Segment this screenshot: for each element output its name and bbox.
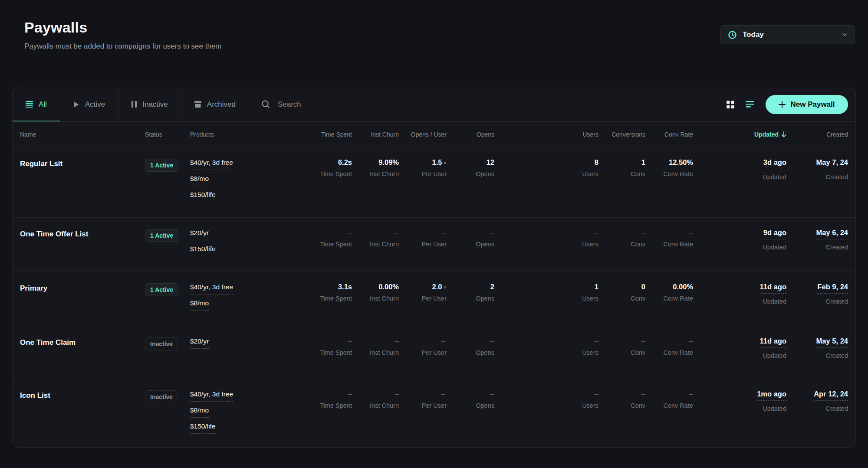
metric-conversions: 1Conv	[598, 159, 645, 207]
product-item[interactable]: $8/mo	[190, 299, 254, 311]
metric-time-spent: 6.2sTime Spent	[254, 159, 352, 207]
metric-opens-per-user: 2.0×Per User	[399, 283, 447, 315]
updated-value[interactable]: 1mo ago	[757, 390, 786, 401]
updated-value[interactable]: 3d ago	[763, 159, 786, 169]
tab-all[interactable]: All	[13, 87, 60, 121]
metric-created: Apr 12, 24Created	[786, 390, 848, 439]
product-item[interactable]: $40/yr, 3d free	[190, 390, 254, 402]
tab-inactive-label: Inactive	[142, 100, 168, 109]
updated-value[interactable]: 11d ago	[760, 283, 786, 294]
metric-time-spent: –Time Spent	[254, 229, 352, 261]
products-cell: $20/yr $150/life	[190, 229, 254, 261]
metric-opens-per-user: –Per User	[399, 337, 447, 368]
metric-created: Feb 9, 24Created	[786, 283, 848, 315]
metric-conv-rate: –Conv Rate	[645, 390, 693, 439]
grid-view-icon[interactable]	[727, 101, 734, 108]
product-item[interactable]: $20/yr	[190, 229, 254, 240]
paywall-name: Primary	[20, 283, 145, 315]
chevron-down-icon	[842, 32, 848, 38]
created-value[interactable]: May 6, 24	[816, 229, 848, 239]
table-row[interactable]: Icon List Inactive $40/yr, 3d free $8/mo…	[13, 379, 855, 448]
date-range-value: Today	[743, 30, 842, 39]
metric-opens-per-user: –Per User	[399, 390, 447, 439]
metric-created: May 5, 24Created	[786, 337, 848, 368]
status-badge: Inactive	[145, 390, 178, 403]
products-cell: $40/yr, 3d free $8/mo	[190, 283, 254, 315]
tab-bar: All Active Inactive Archived Search	[13, 87, 855, 122]
toolbar-right: New Paywall	[727, 87, 855, 121]
created-value[interactable]: Feb 9, 24	[817, 283, 848, 294]
metric-time-spent: –Time Spent	[254, 390, 352, 439]
metric-inst-churn: 0.00%Inst Churn	[352, 283, 399, 315]
product-item[interactable]: $20/yr	[190, 337, 254, 349]
status-badge: Inactive	[145, 337, 178, 350]
tab-active-label: Active	[85, 100, 105, 109]
product-item[interactable]: $150/life	[190, 422, 254, 434]
col-header-products[interactable]: Products	[190, 131, 254, 138]
date-range-dropdown[interactable]: Today	[720, 25, 855, 44]
metric-opens: –Opens	[447, 337, 494, 368]
metric-users: –Users	[494, 390, 598, 439]
metric-opens-per-user: 1.5×Per User	[399, 159, 447, 207]
updated-value[interactable]: 9d ago	[763, 229, 786, 239]
metric-inst-churn: –Inst Churn	[352, 390, 399, 439]
col-header-opens[interactable]: Opens	[447, 131, 494, 138]
metric-conv-rate: 0.00%Conv Rate	[645, 283, 693, 315]
metric-updated: 3d agoUpdated	[693, 159, 786, 207]
metric-conv-rate: –Conv Rate	[645, 229, 693, 261]
table-row[interactable]: One Time Offer List 1 Active $20/yr $150…	[13, 217, 855, 272]
table-header-row: Name Status Products Time Spent Inst Chu…	[13, 122, 855, 147]
tab-inactive[interactable]: Inactive	[118, 87, 181, 121]
col-header-time-spent[interactable]: Time Spent	[254, 131, 352, 138]
table-row[interactable]: One Time Claim Inactive $20/yr –Time Spe…	[13, 326, 855, 379]
product-item[interactable]: $150/life	[190, 191, 254, 202]
tab-active[interactable]: Active	[60, 87, 118, 121]
search-placeholder: Search	[278, 100, 301, 109]
metric-updated: 9d agoUpdated	[693, 229, 786, 261]
metric-time-spent: 3.1sTime Spent	[254, 283, 352, 315]
created-value[interactable]: May 5, 24	[816, 337, 848, 348]
product-item[interactable]: $150/life	[190, 245, 254, 256]
table-row[interactable]: Regular Lsit 1 Active $40/yr, 3d free $8…	[13, 147, 855, 217]
created-value[interactable]: Apr 12, 24	[814, 390, 848, 401]
col-header-updated[interactable]: Updated	[693, 131, 786, 138]
list-view-icon[interactable]	[746, 101, 754, 108]
product-item[interactable]: $8/mo	[190, 175, 254, 186]
metric-inst-churn: –Inst Churn	[352, 229, 399, 261]
metric-updated: 11d agoUpdated	[693, 337, 786, 368]
metric-conv-rate: –Conv Rate	[645, 337, 693, 368]
list-lines-icon	[26, 101, 33, 108]
col-header-opens-user[interactable]: Opens / User	[399, 131, 447, 138]
paywall-name: Regular Lsit	[20, 159, 145, 207]
paywall-name: Icon List	[20, 390, 145, 439]
product-item[interactable]: $40/yr, 3d free	[190, 159, 254, 170]
product-item[interactable]: $8/mo	[190, 406, 254, 418]
table-row[interactable]: Primary 1 Active $40/yr, 3d free $8/mo 3…	[13, 272, 855, 326]
col-header-conv-rate[interactable]: Conv Rate	[645, 131, 693, 138]
col-header-inst-churn[interactable]: Inst Churn	[352, 131, 399, 138]
tab-archived[interactable]: Archived	[181, 87, 249, 121]
products-cell: $40/yr, 3d free $8/mo $150/life	[190, 159, 254, 207]
metric-inst-churn: 9.09%Inst Churn	[352, 159, 399, 207]
updated-value[interactable]: 11d ago	[760, 337, 786, 348]
col-header-status[interactable]: Status	[145, 131, 190, 138]
metric-created: May 6, 24Created	[786, 229, 848, 261]
product-item[interactable]: $40/yr, 3d free	[190, 283, 254, 295]
search-input[interactable]: Search	[249, 87, 727, 121]
col-header-created[interactable]: Created	[786, 131, 848, 138]
col-header-users[interactable]: Users	[494, 131, 598, 138]
metric-users: –Users	[494, 337, 598, 368]
col-header-name[interactable]: Name	[20, 131, 145, 138]
products-cell: $40/yr, 3d free $8/mo $150/life	[190, 390, 254, 439]
metric-opens: –Opens	[447, 229, 494, 261]
status-badge: 1 Active	[145, 229, 178, 242]
metric-users: 1Users	[494, 283, 598, 315]
new-paywall-button[interactable]: New Paywall	[766, 95, 848, 114]
plus-icon	[779, 101, 786, 108]
col-header-conversions[interactable]: Conversions	[598, 131, 645, 138]
created-value[interactable]: May 7, 24	[816, 159, 848, 169]
metric-opens-per-user: –Per User	[399, 229, 447, 261]
tab-archived-label: Archived	[207, 100, 236, 109]
multiply-suffix: ×	[443, 284, 447, 291]
clock-icon	[728, 30, 737, 39]
